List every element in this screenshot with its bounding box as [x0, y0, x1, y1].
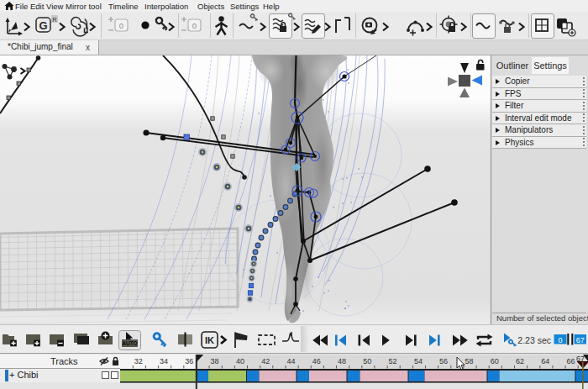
svg-text:67: 67: [576, 336, 585, 344]
svg-text:60: 60: [491, 357, 499, 365]
svg-text:58: 58: [465, 357, 473, 365]
svg-text:40: 40: [236, 357, 244, 365]
svg-text:54: 54: [414, 357, 423, 365]
svg-text:0: 0: [192, 21, 197, 30]
svg-text:R: R: [52, 16, 57, 24]
svg-text:48: 48: [338, 357, 346, 365]
svg-text:50: 50: [363, 357, 371, 365]
svg-text:34: 34: [160, 357, 168, 365]
svg-text:46: 46: [312, 357, 321, 365]
svg-text:AUTO: AUTO: [122, 340, 137, 346]
svg-text:66: 66: [567, 357, 575, 365]
svg-text:G: G: [39, 19, 47, 32]
svg-text:36: 36: [185, 357, 193, 365]
svg-text:0: 0: [119, 21, 123, 30]
svg-text:44: 44: [287, 357, 296, 365]
svg-text:56: 56: [439, 357, 448, 365]
svg-text:64: 64: [541, 357, 549, 365]
svg-text:0: 0: [558, 336, 562, 344]
svg-text:38: 38: [211, 357, 219, 365]
svg-text:IK: IK: [205, 335, 214, 345]
svg-text:52: 52: [389, 357, 397, 365]
svg-text:2.23 sec: 2.23 sec: [517, 335, 551, 345]
svg-text:62: 62: [516, 357, 524, 365]
svg-text:42: 42: [261, 357, 270, 365]
svg-text:32: 32: [134, 357, 143, 365]
